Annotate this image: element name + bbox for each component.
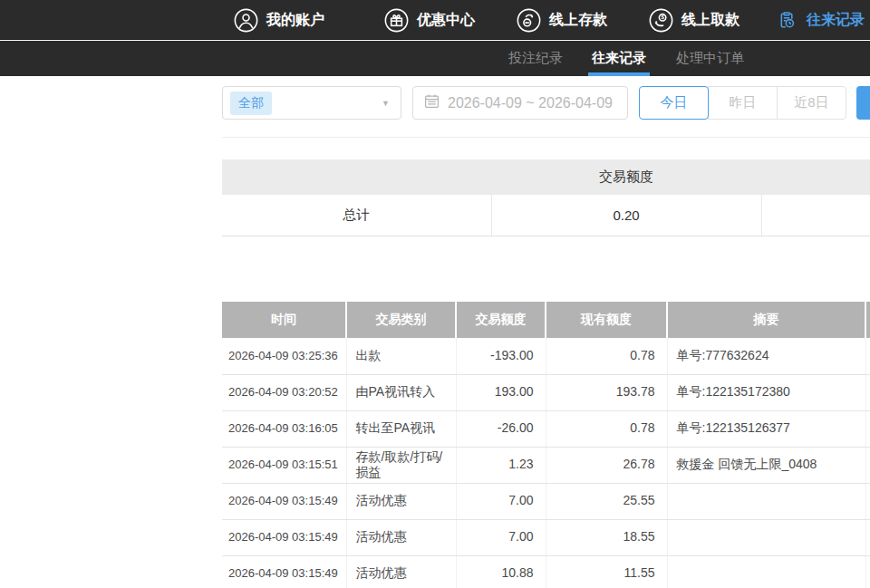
search-button[interactable]	[856, 86, 870, 120]
table-row: 2026-04-09 03:25:36出款-193.000.78单号:77763…	[222, 338, 870, 374]
table-row: 2026-04-09 03:15:49活动优惠7.0025.55	[222, 483, 870, 519]
cell-time: 2026-04-09 03:15:49	[222, 519, 346, 555]
cell-amount: 10.88	[456, 555, 546, 588]
transactions-header-row: 时间 交易类别 交易额度 现有额度 摘要	[222, 302, 870, 338]
summary-total-row: 总计 0.20	[222, 195, 870, 236]
nav-item-label: 优惠中心	[417, 11, 475, 30]
calendar-icon	[424, 93, 440, 112]
summary-empty-cell	[761, 195, 870, 236]
summary-header-spacer	[761, 159, 870, 195]
cell-clipped	[865, 519, 870, 555]
summary-header-spacer	[222, 159, 491, 195]
cell-time: 2026-04-09 03:15:49	[222, 483, 346, 519]
nav-item-transaction-records[interactable]: 往来记录	[774, 0, 865, 40]
withdraw-icon: $	[649, 8, 673, 33]
summary-header-amount: 交易额度	[491, 159, 761, 195]
nav-item-my-account[interactable]: 我的账户	[234, 0, 324, 40]
deposit-icon	[517, 8, 541, 33]
cell-time: 2026-04-09 03:25:36	[222, 338, 346, 374]
column-header-clipped	[865, 302, 870, 338]
tab-label: 往来记录	[592, 50, 646, 67]
tab-label: 投注纪录	[508, 50, 563, 67]
cell-clipped	[865, 338, 870, 374]
table-row: 2026-04-09 03:15:49活动优惠7.0018.55	[222, 519, 870, 555]
main-content: 全部 ▼ 2026-04-09 ~ 2026-04-09 今日 昨日 近8日	[222, 76, 870, 140]
cell-type: 存款/取款/打码/损益	[346, 447, 456, 483]
cell-balance: 0.78	[546, 338, 667, 374]
cell-balance: 25.55	[546, 483, 667, 519]
records-icon	[774, 8, 798, 33]
cell-amount: 193.00	[456, 374, 546, 410]
date-range-value: 2026-04-09 ~ 2026-04-09	[448, 95, 613, 111]
cell-clipped	[865, 447, 870, 483]
nav-item-label: 线上取款	[682, 11, 740, 30]
cell-balance: 0.78	[546, 410, 667, 447]
summary-header-row: 交易额度	[222, 159, 870, 195]
cell-amount: 1.23	[456, 447, 546, 483]
summary-total-label: 总计	[222, 195, 491, 236]
nav-item-promotions[interactable]: 优惠中心	[384, 0, 475, 40]
cell-type: 由PA视讯转入	[346, 374, 456, 410]
date-range-input[interactable]: 2026-04-09 ~ 2026-04-09	[412, 86, 628, 120]
filter-row: 全部 ▼ 2026-04-09 ~ 2026-04-09 今日 昨日 近8日	[222, 76, 870, 140]
cell-summary	[667, 519, 865, 555]
cell-summary: 救援金 回馈无上限_0408	[667, 447, 865, 483]
cell-summary	[667, 555, 865, 588]
cell-amount: 7.00	[456, 483, 546, 519]
nav-item-label: 我的账户	[266, 11, 324, 30]
nav-item-label: 往来记录	[807, 11, 865, 30]
column-header-summary: 摘要	[667, 302, 865, 338]
nav-item-online-deposit[interactable]: 线上存款	[517, 0, 607, 40]
gift-icon	[384, 8, 409, 33]
cell-balance: 26.78	[546, 447, 667, 483]
cell-type: 活动优惠	[346, 483, 456, 519]
chevron-down-icon: ▼	[382, 99, 390, 108]
column-header-type: 交易类别	[346, 302, 456, 338]
cell-summary	[667, 483, 865, 519]
cell-summary: 单号:122135172380	[667, 374, 865, 410]
table-row: 2026-04-09 03:20:52由PA视讯转入193.00193.78单号…	[222, 374, 870, 410]
section-divider	[222, 137, 870, 138]
cell-clipped	[865, 555, 870, 588]
cell-balance: 11.55	[546, 555, 667, 588]
today-button[interactable]: 今日	[639, 86, 709, 120]
cell-clipped	[865, 374, 870, 410]
summary-table: 交易额度 总计 0.20	[222, 159, 870, 236]
tab-label: 处理中订单	[676, 50, 744, 67]
tab-processing-orders[interactable]: 处理中订单	[676, 41, 744, 76]
table-row: 2026-04-09 03:15:49活动优惠10.8811.55	[222, 555, 870, 588]
column-header-time: 时间	[222, 302, 346, 338]
cell-balance: 18.55	[546, 519, 667, 555]
cell-time: 2026-04-09 03:16:05	[222, 410, 346, 447]
cell-summary: 单号:777632624	[667, 338, 865, 374]
cell-balance: 193.78	[546, 374, 667, 410]
cell-amount: 7.00	[456, 519, 546, 555]
tab-betting-records[interactable]: 投注纪录	[508, 41, 563, 76]
cell-type: 活动优惠	[346, 555, 456, 588]
transactions-tbody: 2026-04-09 03:25:36出款-193.000.78单号:77763…	[222, 338, 870, 588]
transactions-table: 时间 交易类别 交易额度 现有额度 摘要 2026-04-09 03:25:36…	[222, 302, 870, 588]
table-row: 2026-04-09 03:15:51存款/取款/打码/损益1.2326.78救…	[222, 447, 870, 483]
cell-time: 2026-04-09 03:15:49	[222, 555, 346, 588]
cell-amount: -193.00	[456, 338, 546, 374]
cell-clipped	[865, 483, 870, 519]
cell-type: 活动优惠	[346, 519, 456, 555]
nav-item-online-withdrawal[interactable]: $ 线上取款	[649, 0, 740, 40]
user-icon	[234, 8, 258, 33]
svg-text:$: $	[661, 14, 664, 20]
nav-item-label: 线上存款	[549, 11, 607, 30]
transaction-type-dropdown[interactable]: 全部 ▼	[222, 86, 401, 120]
cell-time: 2026-04-09 03:20:52	[222, 374, 346, 410]
table-row: 2026-04-09 03:16:05转出至PA视讯-26.000.78单号:1…	[222, 410, 870, 447]
tab-transaction-records[interactable]: 往来记录	[592, 41, 646, 76]
cell-amount: -26.00	[456, 410, 546, 447]
cell-clipped	[865, 410, 870, 447]
quick-range-buttons: 今日 昨日 近8日	[639, 86, 846, 120]
top-navigation-bar: 我的账户 优惠中心 线上存款	[0, 0, 870, 40]
column-header-amount: 交易额度	[456, 302, 546, 338]
yesterday-button[interactable]: 昨日	[708, 86, 778, 120]
cell-summary: 单号:122135126377	[667, 410, 865, 447]
last-8-days-button[interactable]: 近8日	[777, 86, 846, 120]
column-header-balance: 现有额度	[546, 302, 667, 338]
summary-total-value: 0.20	[491, 195, 761, 236]
